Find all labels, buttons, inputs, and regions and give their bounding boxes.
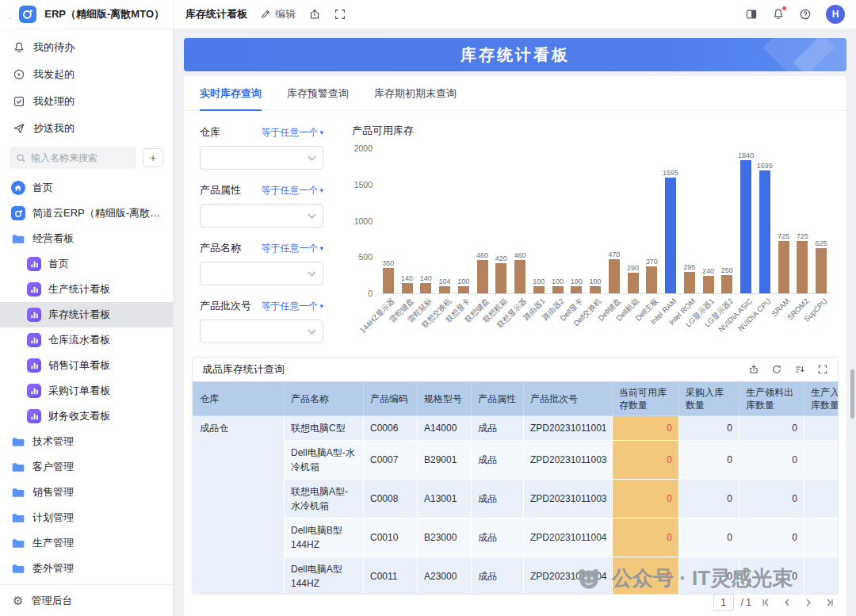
last-page-button[interactable]	[823, 595, 837, 610]
sidebar-item-采购订单看板[interactable]: 采购订单看板	[0, 378, 173, 404]
bar[interactable]	[533, 286, 545, 293]
column-header[interactable]: 当前可用库存数量	[613, 382, 679, 416]
sidebar-quick-item[interactable]: 抄送我的	[0, 115, 173, 142]
bar[interactable]	[495, 263, 506, 293]
app-logo-icon[interactable]	[19, 6, 36, 23]
column-header[interactable]: 产品属性	[472, 382, 524, 416]
filter-condition-dropdown[interactable]: 等于任意一个▾	[261, 126, 323, 140]
column-header[interactable]: 仓库	[193, 382, 285, 416]
sidebar-item-简道云ERP（精细版-离散MT...[interactable]: 简道云ERP（精细版-离散MT...	[0, 201, 173, 226]
bar[interactable]	[514, 260, 525, 293]
column-header[interactable]: 采购入库数量	[679, 382, 739, 416]
filter-select[interactable]	[200, 319, 323, 343]
dark-mode-icon[interactable]	[745, 8, 758, 21]
bar[interactable]	[458, 286, 469, 293]
column-header[interactable]: 产品批次号	[524, 382, 613, 416]
filter-condition-dropdown[interactable]: 等于任意一个▾	[261, 184, 323, 197]
admin-console-button[interactable]: ⚙ 管理后台	[0, 584, 173, 616]
bar[interactable]	[684, 272, 695, 293]
filter-condition-dropdown[interactable]: 等于任意一个▾	[261, 242, 323, 255]
first-page-button[interactable]	[759, 595, 773, 610]
sort-settings-icon[interactable]	[794, 364, 805, 375]
filter-select[interactable]	[200, 204, 323, 228]
page-input[interactable]: 1	[713, 594, 734, 611]
bar[interactable]	[439, 286, 450, 294]
prev-page-button[interactable]	[780, 595, 794, 610]
bar[interactable]	[721, 275, 732, 293]
dashboard-banner: 库存统计看板	[184, 38, 846, 71]
bar[interactable]	[628, 273, 639, 294]
sidebar-quick-item[interactable]: 我的待办	[0, 34, 173, 61]
bar[interactable]	[477, 260, 488, 293]
table-row[interactable]: Dell电脑A型-水冷机箱C0007B29001成品ZPD20231011003…	[193, 441, 839, 480]
column-header[interactable]: 产品编码	[364, 382, 418, 416]
column-header[interactable]: 产品名称	[285, 382, 364, 416]
sidebar-item-计划管理[interactable]: 计划管理	[0, 505, 173, 530]
bar[interactable]	[778, 241, 789, 293]
processed-icon	[13, 95, 25, 108]
add-button[interactable]: +	[143, 148, 163, 167]
bar[interactable]	[383, 268, 394, 293]
fullscreen-icon[interactable]	[334, 8, 346, 21]
table-row[interactable]: 联想电脑A型-水冷机箱C0008A13001成品ZPD2023101100300…	[193, 480, 839, 518]
sidebar-item-生产统计看板[interactable]: 生产统计看板	[0, 277, 173, 302]
filter-select[interactable]	[200, 262, 323, 285]
filter-select[interactable]	[200, 146, 323, 170]
notifications-button[interactable]	[772, 8, 785, 21]
sidebar-item-销售订单看板[interactable]: 销售订单看板	[0, 353, 173, 378]
sidebar-item-技术管理[interactable]: 技术管理	[0, 429, 173, 454]
bar[interactable]	[609, 259, 620, 293]
column-header[interactable]: 生产入库数量	[804, 382, 839, 416]
sidebar-item-生产管理[interactable]: 生产管理	[0, 530, 173, 556]
sidebar-item-财务收支看板[interactable]: 财务收支看板	[0, 404, 173, 429]
tab-实时库存查询[interactable]: 实时库存查询	[200, 86, 262, 111]
sidebar-item-首页[interactable]: 首页	[0, 175, 173, 201]
bar[interactable]	[797, 241, 808, 293]
share-icon[interactable]	[308, 8, 321, 21]
table-row[interactable]: Dell电脑A型 144HZC0011A23000成品ZPD2023101100…	[193, 557, 839, 594]
table-row[interactable]: Dell电脑B型 144HZC0010B23000成品ZPD2023101100…	[193, 518, 839, 557]
export-icon[interactable]	[748, 364, 759, 375]
search-icon	[16, 153, 26, 163]
bar[interactable]	[703, 276, 714, 293]
tab-库存期初期末查询[interactable]: 库存期初期末查询	[374, 86, 457, 110]
filter-condition-dropdown[interactable]: 等于任意一个▾	[261, 300, 323, 313]
bar[interactable]	[552, 286, 564, 293]
sidebar-quick-item[interactable]: 我处理的	[0, 88, 173, 115]
table-row[interactable]: 成品仓联想电脑C型C0006A14000成品ZPD202310110010000	[193, 416, 839, 441]
edit-button[interactable]: 编辑	[260, 7, 296, 21]
scrollbar-thumb[interactable]	[850, 369, 854, 419]
help-icon[interactable]	[799, 8, 812, 21]
sidebar-item-首页[interactable]: 首页	[0, 251, 173, 277]
table-fullscreen-icon[interactable]	[817, 364, 828, 375]
tab-库存预警查询[interactable]: 库存预警查询	[287, 86, 349, 110]
search-input[interactable]: 输入名称来搜索	[10, 147, 136, 169]
bar[interactable]	[590, 286, 601, 293]
refresh-icon[interactable]	[771, 364, 782, 375]
sidebar-item-经营看板[interactable]: 经营看板	[0, 226, 173, 251]
bar[interactable]	[420, 283, 431, 293]
hamburger-menu-icon[interactable]	[10, 8, 11, 21]
sidebar-item-委外管理[interactable]: 委外管理	[0, 556, 173, 581]
next-page-button[interactable]	[801, 595, 816, 610]
content-panel: 实时库存查询库存预警查询库存期初期末查询 仓库等于任意一个▾产品属性等于任意一个…	[184, 76, 846, 616]
bar[interactable]	[571, 286, 582, 293]
cell-purchase_in: 0	[679, 557, 739, 594]
sidebar-quick-section: 我的待办我发起的我处理的抄送我的	[0, 29, 173, 142]
sidebar-item-客户管理[interactable]: 客户管理	[0, 454, 173, 480]
bar[interactable]	[665, 178, 676, 293]
bar-slot: 470	[605, 149, 624, 293]
sidebar-item-仓库流水看板[interactable]: 仓库流水看板	[0, 327, 173, 353]
bar[interactable]	[402, 283, 413, 293]
bar[interactable]	[740, 160, 751, 293]
column-header[interactable]: 规格型号	[418, 382, 472, 416]
bar[interactable]	[816, 248, 827, 293]
avatar[interactable]: H	[826, 5, 845, 24]
sidebar-item-库存统计看板[interactable]: 库存统计看板	[0, 302, 173, 327]
sidebar-quick-item[interactable]: 我发起的	[0, 61, 173, 88]
bar[interactable]	[646, 266, 657, 293]
sidebar-item-销售管理[interactable]: 销售管理	[0, 480, 173, 505]
column-header[interactable]: 生产领料出库数量	[739, 382, 804, 416]
bar[interactable]	[759, 170, 770, 293]
table-scroll-area[interactable]: 仓库产品名称产品编码规格型号产品属性产品批次号当前可用库存数量采购入库数量生产领…	[193, 381, 838, 594]
